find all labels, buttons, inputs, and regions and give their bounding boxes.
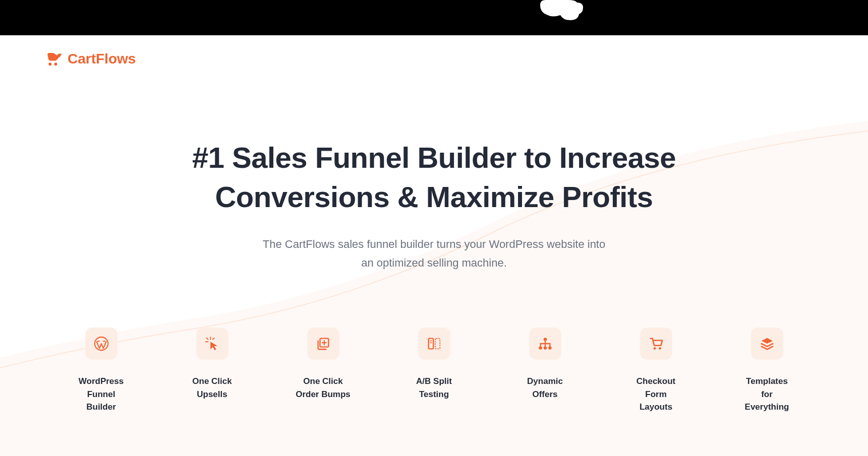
- features-row: WordPress Funnel Builder One Click Upsel…: [43, 272, 825, 414]
- svg-point-15: [539, 347, 542, 350]
- feature-label: Dynamic Offers: [527, 375, 563, 401]
- svg-line-4: [206, 338, 208, 340]
- feature-ab-split-testing[interactable]: A/B Split Testing: [407, 328, 462, 414]
- feature-one-click-order-bumps[interactable]: One Click Order Bumps: [296, 328, 351, 414]
- svg-point-1: [54, 62, 57, 66]
- svg-point-17: [548, 347, 552, 350]
- feature-checkout-form-layouts[interactable]: Checkout Form Layouts: [628, 328, 684, 414]
- wordpress-icon: [85, 328, 118, 360]
- svg-point-19: [659, 347, 661, 350]
- cursor-click-icon: [196, 328, 228, 360]
- feature-label: WordPress Funnel Builder: [74, 375, 129, 414]
- feature-templates-for-everything[interactable]: Templates for Everything: [739, 328, 795, 414]
- svg-point-0: [48, 62, 51, 66]
- feature-label: One Click Order Bumps: [296, 375, 351, 401]
- header: CartFlows: [0, 35, 868, 83]
- split-test-icon: [418, 328, 450, 360]
- hero-subtitle: The CartFlows sales funnel builder turns…: [258, 235, 611, 273]
- svg-rect-11: [435, 339, 439, 349]
- hero-section: #1 Sales Funnel Builder to Increase Conv…: [0, 83, 868, 272]
- feature-label: One Click Upsells: [192, 375, 232, 401]
- feature-one-click-upsells[interactable]: One Click Upsells: [185, 328, 240, 414]
- cart-icon: [640, 328, 672, 360]
- hero-title: #1 Sales Funnel Builder to Increase Conv…: [157, 138, 712, 217]
- svg-rect-10: [428, 339, 433, 349]
- top-bar: [0, 0, 868, 35]
- cartflows-logo-icon: [45, 50, 63, 68]
- svg-line-5: [212, 338, 214, 340]
- svg-point-18: [653, 347, 656, 350]
- add-page-icon: [307, 328, 339, 360]
- decorative-blob: [538, 0, 586, 25]
- svg-point-14: [543, 338, 547, 342]
- feature-label: Templates for Everything: [739, 375, 795, 414]
- sitemap-icon: [529, 328, 561, 360]
- brand-logo[interactable]: CartFlows: [45, 50, 823, 68]
- feature-wordpress-funnel-builder[interactable]: WordPress Funnel Builder: [74, 328, 129, 414]
- layers-icon: [751, 328, 783, 360]
- feature-label: Checkout Form Layouts: [628, 375, 684, 414]
- feature-label: A/B Split Testing: [416, 375, 452, 401]
- feature-dynamic-offers[interactable]: Dynamic Offers: [517, 328, 573, 414]
- svg-point-16: [543, 347, 547, 350]
- brand-name: CartFlows: [68, 51, 136, 67]
